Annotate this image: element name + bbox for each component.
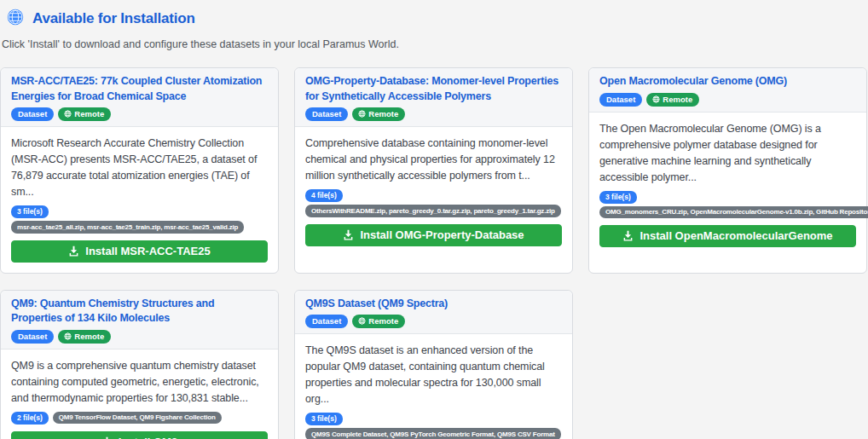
page-title: Available for Installation <box>32 10 195 27</box>
remote-badge-label: Remote <box>663 95 692 104</box>
dataset-card-omg-property-database: OMG-Property-Database: Monomer-level Pro… <box>294 67 573 274</box>
card-header: OMG-Property-Database: Monomer-level Pro… <box>295 68 572 127</box>
dataset-card-qm9s: QM9S Dataset (QM9 Spectra) Dataset Remot… <box>294 290 573 439</box>
dataset-title[interactable]: QM9S Dataset (QM9 Spectra) <box>305 297 562 312</box>
files-row: 3 file(s) QM9S Complete Dataset, QM9S Py… <box>305 413 562 439</box>
card-body: The Open Macromolecular Genome (OMG) is … <box>589 113 866 258</box>
install-button-label: Install MSR-ACC-TAE25 <box>85 245 210 257</box>
badge-row: Dataset Remote <box>11 107 268 121</box>
dataset-type-badge: Dataset <box>305 107 348 121</box>
install-button-label: Install OMG-Property-Database <box>360 228 524 241</box>
globe-icon <box>652 95 660 103</box>
remote-badge: Remote <box>352 315 405 328</box>
remote-badge: Remote <box>646 93 699 107</box>
download-icon <box>68 245 79 257</box>
install-button[interactable]: Install MSR-ACC-TAE25 <box>11 240 268 263</box>
file-count-badge: 4 file(s) <box>305 189 343 202</box>
install-button[interactable]: Install QM9 <box>11 431 268 439</box>
remote-badge: Remote <box>58 330 111 344</box>
file-names-badge: QM9S Complete Dataset, QM9S PyTorch Geom… <box>305 428 561 439</box>
remote-badge-label: Remote <box>74 332 104 341</box>
dataset-card-grid: MSR-ACC/TAE25: 77k Coupled Cluster Atomi… <box>0 67 868 439</box>
globe-icon <box>64 110 72 118</box>
file-count-badge: 3 file(s) <box>11 205 49 218</box>
remote-badge: Remote <box>58 107 111 121</box>
dataset-card-open-macromolecular-genome: Open Macromolecular Genome (OMG) Dataset… <box>588 67 867 274</box>
dataset-type-badge: Dataset <box>599 93 642 107</box>
remote-badge: Remote <box>352 107 405 121</box>
globe-icon <box>358 110 366 118</box>
card-body: The QM9S dataset is an enhanced version … <box>295 334 572 439</box>
file-count-badge: 3 file(s) <box>599 191 637 204</box>
globe-icon <box>64 332 72 340</box>
files-row: 3 file(s) msr-acc_tae25_all.zip, msr-acc… <box>11 205 268 234</box>
download-icon <box>101 436 113 439</box>
available-for-installation-page: Available for Installation Click 'Instal… <box>0 0 868 439</box>
install-button-label: Install OpenMacromolecularGenome <box>639 229 832 242</box>
page-header: Available for Installation <box>0 9 868 29</box>
install-button[interactable]: Install OMG-Property-Database <box>305 224 562 246</box>
file-count-badge: 3 file(s) <box>305 413 343 425</box>
card-header: MSR-ACC/TAE25: 77k Coupled Cluster Atomi… <box>1 68 278 127</box>
badge-row: Dataset Remote <box>11 330 268 344</box>
remote-badge-label: Remote <box>74 109 104 118</box>
badge-row: Dataset Remote <box>599 93 856 107</box>
globe-icon <box>7 9 24 29</box>
card-header: Open Macromolecular Genome (OMG) Dataset… <box>589 68 866 113</box>
dataset-description: QM9 is a comprehensive quantum chemistry… <box>11 358 268 407</box>
dataset-type-badge: Dataset <box>305 315 348 328</box>
dataset-card-msr-acc-tae25: MSR-ACC/TAE25: 77k Coupled Cluster Atomi… <box>0 67 279 274</box>
files-row: 3 file(s) OMG_monomers_CRU.zip, OpenMacr… <box>599 191 856 219</box>
card-body: Microsoft Research Accurate Chemistry Co… <box>1 127 278 273</box>
dataset-title[interactable]: QM9: Quantum Chemistry Structures and Pr… <box>11 297 268 326</box>
remote-badge-label: Remote <box>368 109 398 118</box>
dataset-description: Comprehensive database containing monome… <box>305 136 562 184</box>
dataset-title[interactable]: Open Macromolecular Genome (OMG) <box>599 74 856 90</box>
install-button-label: Install QM9 <box>119 436 177 439</box>
badge-row: Dataset Remote <box>305 315 562 328</box>
files-row: 4 file(s) OthersWithREADME.zip, pareto_g… <box>305 189 562 217</box>
files-row: 2 file(s) QM9 TensorFlow Dataset, QM9 Fi… <box>11 412 268 425</box>
dataset-title[interactable]: OMG-Property-Database: Monomer-level Pro… <box>305 74 562 104</box>
card-header: QM9: Quantum Chemistry Structures and Pr… <box>1 291 278 349</box>
download-icon <box>343 229 354 240</box>
file-names-badge: OMG_monomers_CRU.zip, OpenMacromolecular… <box>599 206 868 219</box>
remote-badge-label: Remote <box>368 316 398 326</box>
file-names-badge: msr-acc_tae25_all.zip, msr-acc_tae25_tra… <box>11 221 244 234</box>
dataset-title[interactable]: MSR-ACC/TAE25: 77k Coupled Cluster Atomi… <box>11 74 268 104</box>
dataset-description: Microsoft Research Accurate Chemistry Co… <box>11 136 268 200</box>
file-names-badge: QM9 TensorFlow Dataset, QM9 Figshare Col… <box>53 412 222 425</box>
file-names-badge: OthersWithREADME.zip, pareto_greedy_0.ta… <box>305 205 561 217</box>
card-body: QM9 is a comprehensive quantum chemistry… <box>1 349 278 439</box>
dataset-description: The QM9S dataset is an enhanced version … <box>305 343 562 407</box>
dataset-card-qm9: QM9: Quantum Chemistry Structures and Pr… <box>0 290 279 439</box>
dataset-type-badge: Dataset <box>11 330 54 344</box>
globe-icon <box>358 317 366 325</box>
card-body: Comprehensive database containing monome… <box>295 127 572 257</box>
card-header: QM9S Dataset (QM9 Spectra) Dataset Remot… <box>295 291 572 335</box>
dataset-description: The Open Macromolecular Genome (OMG) is … <box>599 121 856 186</box>
install-button[interactable]: Install OpenMacromolecularGenome <box>599 225 856 247</box>
download-icon <box>622 230 634 241</box>
dataset-type-badge: Dataset <box>11 107 54 121</box>
badge-row: Dataset Remote <box>305 107 562 121</box>
file-count-badge: 2 file(s) <box>11 412 49 425</box>
page-subtitle: Click 'Install' to download and configur… <box>0 38 868 50</box>
